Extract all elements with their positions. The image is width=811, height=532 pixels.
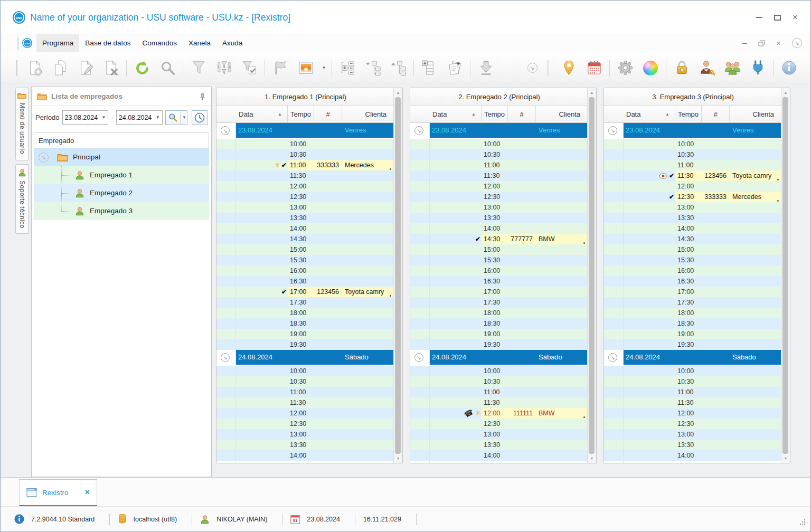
time-row[interactable]: 11:00 [604,160,782,170]
collapse-group-icon[interactable]: ↘ [221,353,230,362]
time-row[interactable]: 10:00 [216,366,394,376]
time-row[interactable]: 10:30 [410,149,588,160]
column-header-clienta[interactable]: Clienta [342,106,394,123]
toolbar-overflow-button[interactable]: ↘ [520,55,545,81]
scrollbar-thumb[interactable] [395,97,401,454]
time-row[interactable]: 13:30 [410,440,588,450]
time-row[interactable]: 15:00 [410,244,588,255]
time-row[interactable]: 14:00 [604,223,782,234]
time-row[interactable]: 18:30 [604,318,782,329]
time-row[interactable]: 10:00 [410,139,588,149]
column-header-clienta[interactable]: Clienta [730,106,782,123]
menu-axuda[interactable]: Axuda [216,34,248,52]
panel-scrollbar[interactable]: ▲▼ [781,88,790,463]
time-row[interactable]: 11:30123456Toyota camry✔ [604,170,782,181]
scroll-up-icon[interactable]: ▲ [781,89,790,97]
column-header-number[interactable]: # [314,106,342,123]
user-permissions-button[interactable] [694,55,720,81]
toolbar-overflow-button-2[interactable]: ↘ [809,55,811,81]
period-from-field[interactable]: 23.08.2024▼ [62,110,109,125]
time-row[interactable]: 16:00 [216,265,394,276]
time-row[interactable]: 12:30 [604,419,782,429]
time-row[interactable]: 18:00 [604,308,782,318]
menu-programa[interactable]: Programa [36,34,79,52]
toolbar-overflow-icon[interactable]: ↘ [792,38,802,48]
filter-columns-button[interactable] [211,55,237,81]
scroll-down-icon[interactable]: ▼ [394,454,402,462]
date-group-row[interactable]: ↘24.08.2024Sábado [410,350,588,366]
collapse-group-icon[interactable]: ↘ [414,126,423,135]
time-row[interactable]: 14:30 [216,234,394,244]
time-row[interactable]: 13:00 [216,202,394,213]
mdi-minimize-button[interactable] [742,43,747,44]
color-scheme-button[interactable] [638,55,663,81]
column-header-number[interactable]: # [508,106,536,123]
refresh-button[interactable] [129,55,155,81]
time-row[interactable]: 11:00 [410,160,588,170]
appointment[interactable]: 14:30777777BMW [482,234,588,244]
time-row[interactable]: 13:30 [216,440,394,450]
clock-button[interactable] [192,110,208,125]
time-row[interactable]: 17:30 [216,297,394,308]
date-group-row[interactable]: ↘23.08.2024Venres [216,123,394,139]
filter-apply-button[interactable] [237,55,262,81]
appointment[interactable]: 11:30123456Toyota camry [675,170,782,181]
minimize-button[interactable] [756,14,763,21]
time-row[interactable]: 18:30 [216,318,394,329]
time-row[interactable]: 12:30 [216,192,394,202]
appointment[interactable]: 11:00333333Mercedes [288,160,394,170]
time-row[interactable]: 11:30 [216,170,394,181]
panel-scrollbar[interactable]: ▲▼ [587,88,596,463]
time-row[interactable]: 18:00 [410,308,588,318]
time-row[interactable]: 19:00 [604,329,782,339]
time-row[interactable]: 12:00111111BMW☎✳ [410,408,588,419]
column-header-number[interactable]: # [702,106,730,123]
collapse-group-icon[interactable]: ↘ [608,353,617,362]
date-group-row[interactable]: ↘23.08.2024Venres [604,123,782,139]
tab-rexistro[interactable]: Rexistro × [19,479,97,507]
time-row[interactable]: 11:30 [216,397,394,408]
column-header-data[interactable]: Data▲ [410,106,482,123]
time-row[interactable]: 12:30 [410,192,588,202]
time-row[interactable]: 15:30 [604,255,782,265]
column-header-tempo[interactable]: Tempo [482,106,508,123]
toolbar-drag-handle[interactable] [16,60,17,76]
menu-base-de-datos[interactable]: Base de datos [79,34,136,52]
flag-button[interactable] [268,55,293,81]
maximize-button[interactable] [774,14,781,21]
period-to-field[interactable]: 24.08.2024▼ [116,110,163,125]
time-row[interactable]: 12:30 [410,419,588,429]
sidebar-tab-user-menu[interactable]: Menú de usuario [15,88,29,160]
reports-button[interactable] [442,55,467,81]
collapse-group-icon[interactable]: ↘ [221,126,230,135]
search-dropdown[interactable]: ▼ [180,111,187,125]
time-row[interactable]: 11:00 [410,387,588,397]
time-row[interactable]: 10:00 [216,139,394,149]
close-button[interactable]: × [791,14,799,21]
period-search-button[interactable]: ▼ [165,110,188,125]
time-row[interactable]: 14:00 [410,223,588,234]
scroll-down-icon[interactable]: ▼ [781,454,790,462]
time-row[interactable]: 17:30 [604,297,782,308]
time-row[interactable]: 16:30 [410,276,588,287]
appointment[interactable]: 12:30333333Mercedes [675,192,782,202]
copy-record-button[interactable] [48,55,73,81]
time-row[interactable]: 12:00 [216,181,394,192]
time-row[interactable]: 13:00 [604,202,782,213]
time-row[interactable]: 10:00 [410,366,588,376]
time-row[interactable]: 15:00 [604,244,782,255]
new-record-button[interactable] [22,55,48,81]
time-row[interactable]: 11:00 [604,387,782,397]
date-group-row[interactable]: ↘24.08.2024Sábado [604,350,782,366]
employees-button[interactable] [720,55,745,81]
column-header-tempo[interactable]: Tempo [288,106,314,123]
column-header-tempo[interactable]: Tempo [675,106,702,123]
calendar-button[interactable] [581,55,607,81]
time-row[interactable]: 13:00 [216,429,394,440]
time-row[interactable]: 13:30 [604,213,782,223]
mdi-restore-button[interactable] [758,40,765,46]
tree-header[interactable]: Empregado [34,132,209,148]
time-row[interactable]: 18:30 [410,318,588,329]
time-row[interactable]: 14:00 [604,450,782,461]
tree-collapse-button[interactable] [360,55,385,81]
